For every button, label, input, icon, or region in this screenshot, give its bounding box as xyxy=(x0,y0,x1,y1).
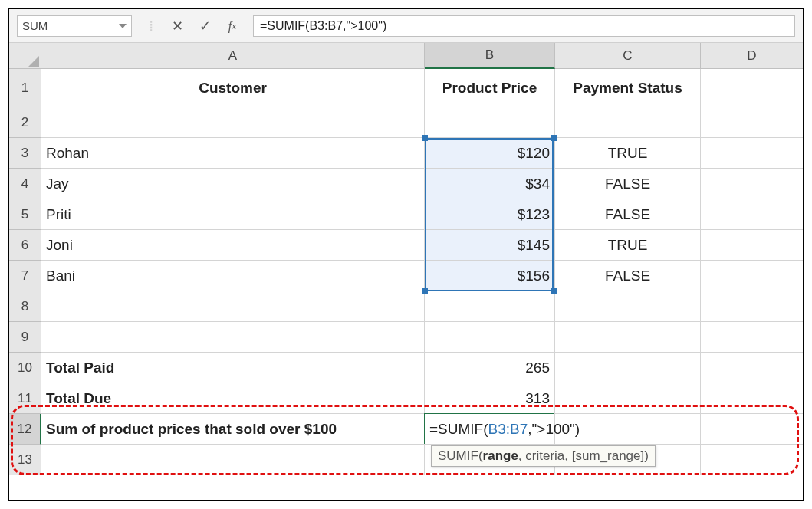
fx-icon[interactable]: fx xyxy=(225,19,239,33)
row-header-4[interactable]: 4 xyxy=(9,169,41,199)
row-13 xyxy=(41,445,804,475)
row-8 xyxy=(41,291,804,322)
col-header-B[interactable]: B xyxy=(425,43,555,69)
row-header-12[interactable]: 12 xyxy=(9,414,41,445)
cell-C5[interactable]: FALSE xyxy=(555,199,701,230)
name-box[interactable]: SUM xyxy=(17,15,132,37)
row-header-5[interactable]: 5 xyxy=(9,199,41,230)
cell-B12[interactable]: =SUMIF(B3:B7,">100") xyxy=(425,414,555,445)
cell-A6[interactable]: Joni xyxy=(41,230,425,261)
cells-area: Customer Product Price Payment Status Ro… xyxy=(41,69,804,475)
cell-D13[interactable] xyxy=(701,445,804,475)
cell-A11[interactable]: Total Due xyxy=(41,383,425,414)
range-handle-bl[interactable] xyxy=(422,288,428,294)
cell-A10[interactable]: Total Paid xyxy=(41,353,425,383)
range-handle-tl[interactable] xyxy=(422,135,428,141)
row-11: Total Due 313 xyxy=(41,383,804,414)
cell-B5[interactable]: $123 xyxy=(425,199,555,230)
row-3: Rohan $120 TRUE xyxy=(41,138,804,169)
cell-C10[interactable] xyxy=(555,353,701,383)
formula-input[interactable]: =SUMIF(B3:B7,">100") xyxy=(253,15,795,37)
cell-D7[interactable] xyxy=(701,261,804,291)
cell-D11[interactable] xyxy=(701,383,804,414)
name-box-value: SUM xyxy=(22,19,48,32)
range-handle-tr[interactable] xyxy=(551,135,557,141)
column-headers: A B C D xyxy=(41,43,804,69)
cell-C7[interactable]: FALSE xyxy=(555,261,701,291)
row-10: Total Paid 265 xyxy=(41,353,804,383)
cell-B3[interactable]: $120 xyxy=(425,138,555,169)
row-1: Customer Product Price Payment Status xyxy=(41,69,804,107)
row-header-6[interactable]: 6 xyxy=(9,230,41,261)
row-header-7[interactable]: 7 xyxy=(9,261,41,291)
cell-C2[interactable] xyxy=(555,107,701,138)
cell-B1[interactable]: Product Price xyxy=(425,69,555,107)
cell-D5[interactable] xyxy=(701,199,804,230)
formula-tooltip: SUMIF(range, criteria, [sum_range]) xyxy=(431,445,656,467)
cell-B6[interactable]: $145 xyxy=(425,230,555,261)
cell-C3[interactable]: TRUE xyxy=(555,138,701,169)
cell-B4[interactable]: $34 xyxy=(425,169,555,199)
cell-C1[interactable]: Payment Status xyxy=(555,69,701,107)
row-6: Joni $145 TRUE xyxy=(41,230,804,261)
row-5: Priti $123 FALSE xyxy=(41,199,804,230)
cell-A1[interactable]: Customer xyxy=(41,69,425,107)
cell-D8[interactable] xyxy=(701,291,804,322)
row-header-10[interactable]: 10 xyxy=(9,353,41,383)
cell-A7[interactable]: Bani xyxy=(41,261,425,291)
cell-C4[interactable]: FALSE xyxy=(555,169,701,199)
formula-bar-buttons: ⁞ ✕ ✓ fx xyxy=(132,17,253,35)
cell-C9[interactable] xyxy=(555,322,701,353)
col-header-D[interactable]: D xyxy=(701,43,804,69)
select-all-corner[interactable] xyxy=(9,43,41,69)
cell-C11[interactable] xyxy=(555,383,701,414)
row-7: Bani $156 FALSE xyxy=(41,261,804,291)
cell-D12[interactable] xyxy=(701,414,804,445)
row-header-13[interactable]: 13 xyxy=(9,445,41,475)
separator: ⁞ xyxy=(146,17,156,35)
cell-D3[interactable] xyxy=(701,138,804,169)
cell-D1[interactable] xyxy=(701,69,804,107)
row-2 xyxy=(41,107,804,138)
cell-C8[interactable] xyxy=(555,291,701,322)
cell-D6[interactable] xyxy=(701,230,804,261)
row-header-9[interactable]: 9 xyxy=(9,322,41,353)
cell-D10[interactable] xyxy=(701,353,804,383)
cancel-button[interactable]: ✕ xyxy=(170,19,184,33)
row-headers: 1 2 3 4 5 6 7 8 9 10 11 12 13 xyxy=(9,69,41,475)
row-header-8[interactable]: 8 xyxy=(9,291,41,322)
row-9 xyxy=(41,322,804,353)
cell-D4[interactable] xyxy=(701,169,804,199)
col-header-A[interactable]: A xyxy=(41,43,425,69)
row-4: Jay $34 FALSE xyxy=(41,169,804,199)
cell-A2[interactable] xyxy=(41,107,425,138)
corner-triangle-icon xyxy=(28,56,39,67)
cell-A5[interactable]: Priti xyxy=(41,199,425,230)
row-header-3[interactable]: 3 xyxy=(9,138,41,169)
cell-B7[interactable]: $156 xyxy=(425,261,555,291)
name-box-dropdown-icon[interactable] xyxy=(119,24,127,28)
enter-button[interactable]: ✓ xyxy=(198,19,212,33)
col-header-C[interactable]: C xyxy=(555,43,701,69)
cell-D9[interactable] xyxy=(701,322,804,353)
row-12: Sum of product prices that sold over $10… xyxy=(41,414,804,445)
row-header-2[interactable]: 2 xyxy=(9,107,41,138)
cell-B11[interactable]: 313 xyxy=(425,383,555,414)
cell-A8[interactable] xyxy=(41,291,425,322)
formula-text: =SUMIF(B3:B7,">100") xyxy=(260,19,386,33)
cell-B2[interactable] xyxy=(425,107,555,138)
cell-A4[interactable]: Jay xyxy=(41,169,425,199)
cell-A3[interactable]: Rohan xyxy=(41,138,425,169)
formula-bar: SUM ⁞ ✕ ✓ fx =SUMIF(B3:B7,">100") xyxy=(9,9,803,43)
cell-A12[interactable]: Sum of product prices that sold over $10… xyxy=(41,414,425,445)
row-header-11[interactable]: 11 xyxy=(9,383,41,414)
cell-C6[interactable]: TRUE xyxy=(555,230,701,261)
range-handle-br[interactable] xyxy=(551,288,557,294)
row-header-1[interactable]: 1 xyxy=(9,69,41,107)
cell-A13[interactable] xyxy=(41,445,425,475)
cell-B9[interactable] xyxy=(425,322,555,353)
cell-B10[interactable]: 265 xyxy=(425,353,555,383)
cell-B8[interactable] xyxy=(425,291,555,322)
cell-A9[interactable] xyxy=(41,322,425,353)
cell-D2[interactable] xyxy=(701,107,804,138)
